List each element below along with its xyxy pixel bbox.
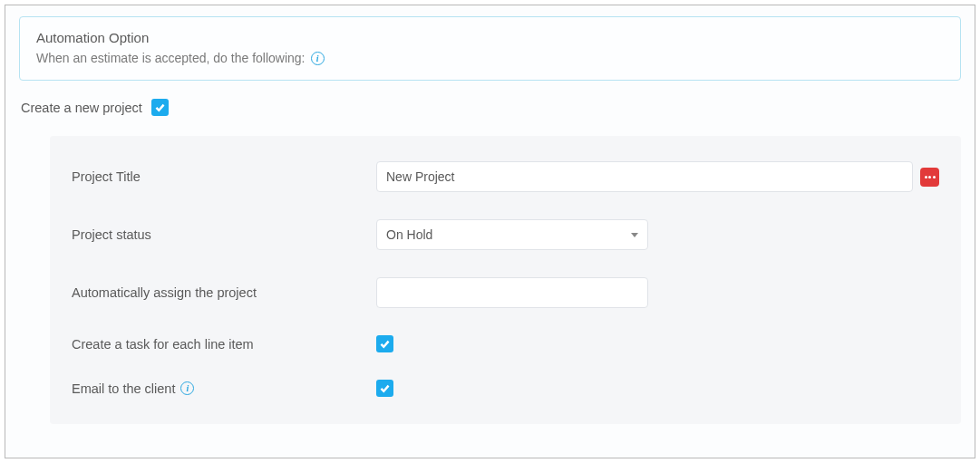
email-client-input-wrap <box>376 380 939 397</box>
automation-subtitle-text: When an estimate is accepted, do the fol… <box>36 51 306 65</box>
email-client-label: Email to the client <box>72 381 175 396</box>
create-task-row: Create a task for each line item <box>72 335 939 352</box>
check-icon <box>379 338 391 350</box>
automation-title: Automation Option <box>36 30 944 45</box>
check-icon <box>379 382 391 394</box>
project-status-label: Project status <box>72 227 376 242</box>
project-panel: Project Title Project status On Hold <box>50 136 961 424</box>
auto-assign-input[interactable] <box>376 277 648 308</box>
create-project-label: Create a new project <box>21 101 142 115</box>
create-task-checkbox[interactable] <box>376 335 393 352</box>
email-client-label-wrap: Email to the client i <box>72 381 376 396</box>
check-icon <box>154 101 166 113</box>
automation-banner: Automation Option When an estimate is ac… <box>19 16 961 81</box>
create-task-label: Create a task for each line item <box>72 337 376 352</box>
project-status-row: Project status On Hold <box>72 219 939 250</box>
automation-subtitle: When an estimate is accepted, do the fol… <box>36 51 944 65</box>
project-title-label: Project Title <box>72 169 376 184</box>
email-client-row: Email to the client i <box>72 380 939 397</box>
create-task-input-wrap <box>376 335 939 352</box>
project-status-input-wrap: On Hold <box>376 219 939 250</box>
project-status-select[interactable]: On Hold <box>376 219 648 250</box>
auto-assign-row: Automatically assign the project <box>72 277 939 308</box>
project-title-input-wrap <box>376 161 939 192</box>
project-title-input[interactable] <box>376 161 913 192</box>
more-options-button[interactable] <box>920 168 939 187</box>
project-title-row: Project Title <box>72 161 939 192</box>
auto-assign-input-wrap <box>376 277 939 308</box>
info-icon[interactable]: i <box>180 381 194 395</box>
auto-assign-label: Automatically assign the project <box>72 285 376 300</box>
create-project-row: Create a new project <box>19 99 961 116</box>
create-project-checkbox[interactable] <box>151 99 169 116</box>
project-status-value: On Hold <box>386 227 432 242</box>
email-client-checkbox[interactable] <box>376 380 393 397</box>
chevron-down-icon <box>631 233 638 237</box>
ellipsis-icon <box>925 176 936 178</box>
info-icon[interactable]: i <box>311 52 325 65</box>
settings-frame: Automation Option When an estimate is ac… <box>5 5 975 458</box>
